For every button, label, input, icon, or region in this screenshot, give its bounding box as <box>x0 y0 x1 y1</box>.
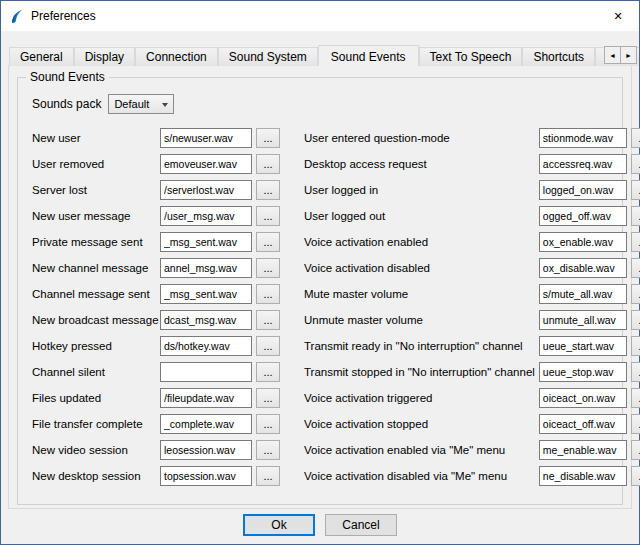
tab-page-sound-events: Sound Events Sounds pack Default New use… <box>8 65 632 509</box>
sound-event-row: Voice activation triggered... <box>304 388 640 408</box>
sounds-pack-value: Default <box>114 98 149 110</box>
sound-event-row: User logged in... <box>304 180 640 200</box>
sound-event-row: Transmit stopped in "No interruption" ch… <box>304 362 640 382</box>
sound-file-input[interactable] <box>160 362 252 382</box>
sound-file-input[interactable] <box>160 440 252 460</box>
browse-button[interactable]: ... <box>631 310 640 330</box>
sound-file-input[interactable] <box>539 310 627 330</box>
sound-file-input[interactable] <box>539 284 627 304</box>
sound-event-label: Private message sent <box>32 236 160 248</box>
sound-file-input[interactable] <box>539 388 627 408</box>
tab-sound-system[interactable]: Sound System <box>218 47 318 66</box>
sound-file-input[interactable] <box>539 258 627 278</box>
browse-button[interactable]: ... <box>631 466 640 486</box>
sound-file-input[interactable] <box>160 388 252 408</box>
sound-event-row: User entered question-mode... <box>304 128 640 148</box>
title-bar[interactable]: Preferences ✕ <box>1 1 639 31</box>
cancel-button[interactable]: Cancel <box>325 514 397 536</box>
sound-event-row: Voice activation enabled... <box>304 232 640 252</box>
browse-button[interactable]: ... <box>256 310 280 330</box>
sound-event-label: Transmit stopped in "No interruption" ch… <box>304 366 539 378</box>
sound-events-column-left: New user...User removed...Server lost...… <box>32 128 280 492</box>
tab-shortcuts[interactable]: Shortcuts <box>522 47 595 66</box>
sound-event-label: Voice activation enabled <box>304 236 539 248</box>
sound-event-label: Transmit ready in "No interruption" chan… <box>304 340 539 352</box>
browse-button[interactable]: ... <box>631 154 640 174</box>
browse-button[interactable]: ... <box>256 336 280 356</box>
browse-button[interactable]: ... <box>631 180 640 200</box>
sound-file-input[interactable] <box>160 466 252 486</box>
tab-sound-events[interactable]: Sound Events <box>318 45 419 66</box>
sound-event-label: Voice activation triggered <box>304 392 539 404</box>
sound-event-row: Channel silent... <box>32 362 280 382</box>
window-title: Preferences <box>31 9 96 23</box>
browse-button[interactable]: ... <box>256 128 280 148</box>
sound-event-label: Voice activation stopped <box>304 418 539 430</box>
sound-file-input[interactable] <box>539 362 627 382</box>
sound-file-input[interactable] <box>160 180 252 200</box>
browse-button[interactable]: ... <box>631 362 640 382</box>
browse-button[interactable]: ... <box>256 414 280 434</box>
sound-file-input[interactable] <box>539 336 627 356</box>
browse-button[interactable]: ... <box>256 388 280 408</box>
sound-file-input[interactable] <box>160 154 252 174</box>
sound-event-label: Unmute master volume <box>304 314 539 326</box>
tab-text-to-speech[interactable]: Text To Speech <box>419 47 523 66</box>
sound-file-input[interactable] <box>539 128 627 148</box>
browse-button[interactable]: ... <box>256 362 280 382</box>
sound-event-label: Voice activation disabled via "Me" menu <box>304 470 539 482</box>
browse-button[interactable]: ... <box>256 180 280 200</box>
sound-file-input[interactable] <box>160 206 252 226</box>
browse-button[interactable]: ... <box>631 232 640 252</box>
browse-button[interactable]: ... <box>256 466 280 486</box>
sound-file-input[interactable] <box>160 128 252 148</box>
tab-display[interactable]: Display <box>74 47 135 66</box>
browse-button[interactable]: ... <box>256 258 280 278</box>
preferences-dialog: Preferences ✕ GeneralDisplayConnectionSo… <box>0 0 640 545</box>
browse-button[interactable]: ... <box>256 440 280 460</box>
browse-button[interactable]: ... <box>631 388 640 408</box>
browse-button[interactable]: ... <box>256 206 280 226</box>
sound-file-input[interactable] <box>160 284 252 304</box>
sound-event-label: New channel message <box>32 262 160 274</box>
tab-scroll-right-icon[interactable]: ► <box>620 46 637 64</box>
sound-file-input[interactable] <box>539 466 627 486</box>
sound-event-label: User logged in <box>304 184 539 196</box>
sound-event-label: Voice activation enabled via "Me" menu <box>304 444 539 456</box>
sound-event-label: User entered question-mode <box>304 132 539 144</box>
browse-button[interactable]: ... <box>631 128 640 148</box>
sound-file-input[interactable] <box>539 414 627 434</box>
tab-scroll-group: ◄ ► <box>605 46 637 64</box>
sound-file-input[interactable] <box>160 310 252 330</box>
browse-button[interactable]: ... <box>256 154 280 174</box>
dialog-button-row: Ok Cancel <box>1 509 639 544</box>
sound-event-row: User removed... <box>32 154 280 174</box>
browse-button[interactable]: ... <box>631 284 640 304</box>
sound-event-row: Unmute master volume... <box>304 310 640 330</box>
sound-file-input[interactable] <box>160 336 252 356</box>
ok-button[interactable]: Ok <box>243 514 315 536</box>
sound-file-input[interactable] <box>539 232 627 252</box>
browse-button[interactable]: ... <box>256 232 280 252</box>
sound-event-label: User removed <box>32 158 160 170</box>
close-icon[interactable]: ✕ <box>597 1 639 31</box>
browse-button[interactable]: ... <box>256 284 280 304</box>
tab-general[interactable]: General <box>9 47 74 66</box>
sound-file-input[interactable] <box>160 232 252 252</box>
sound-event-row: Hotkey pressed... <box>32 336 280 356</box>
browse-button[interactable]: ... <box>631 440 640 460</box>
sound-file-input[interactable] <box>539 440 627 460</box>
browse-button[interactable]: ... <box>631 206 640 226</box>
tab-scroll-left-icon[interactable]: ◄ <box>604 46 621 64</box>
sound-file-input[interactable] <box>539 180 627 200</box>
browse-button[interactable]: ... <box>631 336 640 356</box>
sound-file-input[interactable] <box>160 414 252 434</box>
browse-button[interactable]: ... <box>631 414 640 434</box>
sounds-pack-select[interactable]: Default <box>108 94 174 114</box>
browse-button[interactable]: ... <box>631 258 640 278</box>
sound-file-input[interactable] <box>539 154 627 174</box>
sound-file-input[interactable] <box>160 258 252 278</box>
tab-connection[interactable]: Connection <box>135 47 218 66</box>
sound-file-input[interactable] <box>539 206 627 226</box>
sounds-pack-label: Sounds pack <box>32 97 101 111</box>
